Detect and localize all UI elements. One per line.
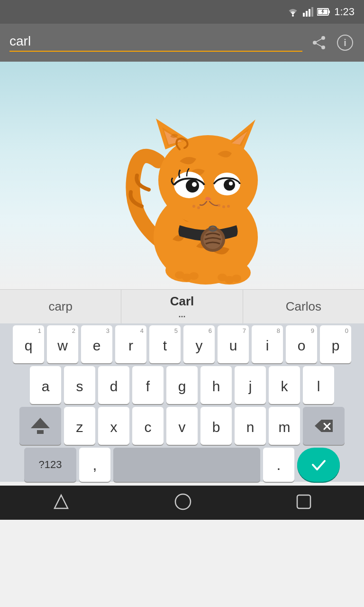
autocomplete-item-carl[interactable]: Carl ...: [121, 290, 243, 323]
status-bar: 1:23: [0, 0, 364, 24]
svg-line-11: [315, 38, 323, 43]
key-w[interactable]: 2w: [47, 325, 78, 363]
svg-rect-2: [306, 11, 308, 17]
numbers-key[interactable]: ?123: [24, 448, 76, 482]
svg-point-25: [218, 204, 220, 207]
back-icon: [53, 493, 70, 510]
info-button[interactable]: i: [336, 33, 355, 52]
svg-rect-6: [328, 10, 330, 13]
key-u[interactable]: 7u: [218, 325, 249, 363]
svg-rect-4: [311, 7, 313, 17]
search-input-wrapper: [9, 34, 302, 52]
svg-point-23: [192, 205, 195, 208]
key-j[interactable]: j: [235, 366, 266, 404]
key-a[interactable]: a: [30, 366, 61, 404]
key-s[interactable]: s: [64, 366, 95, 404]
autocomplete-bar: carp Carl ... Carlos: [0, 289, 364, 323]
svg-rect-3: [309, 9, 310, 17]
space-key[interactable]: [113, 448, 260, 482]
keyboard-row-2: a s d f g h j k l: [0, 366, 364, 404]
search-input[interactable]: [9, 34, 302, 49]
svg-point-21: [224, 179, 235, 191]
key-h[interactable]: h: [200, 366, 232, 404]
svg-rect-1: [303, 13, 305, 17]
backspace-key[interactable]: [303, 407, 345, 445]
key-m[interactable]: m: [269, 407, 300, 445]
nav-recent-button[interactable]: [296, 494, 311, 511]
status-time: 1:23: [334, 6, 355, 18]
key-o[interactable]: 9o: [286, 325, 317, 363]
key-b[interactable]: b: [200, 407, 232, 445]
keyboard-row-3: z x c v b n m: [0, 407, 364, 445]
svg-point-26: [222, 205, 225, 208]
svg-rect-42: [297, 495, 310, 508]
svg-point-19: [192, 182, 197, 187]
key-k[interactable]: k: [269, 366, 300, 404]
svg-point-35: [189, 272, 199, 280]
key-n[interactable]: n: [235, 407, 266, 445]
keyboard: 1q 2w 3e 4r 5t 6y 7u 8i 9o 0p a s d f g …: [0, 323, 364, 482]
keyboard-row-4: ?123 , .: [0, 448, 364, 482]
key-q[interactable]: 1q: [13, 325, 44, 363]
key-v[interactable]: v: [166, 407, 198, 445]
wifi-icon: [287, 7, 299, 17]
home-icon: [174, 493, 191, 510]
svg-point-22: [229, 182, 233, 185]
key-g[interactable]: g: [166, 366, 198, 404]
nav-back-button[interactable]: [53, 493, 70, 512]
autocomplete-item-carlos[interactable]: Carlos: [243, 290, 364, 323]
nav-bar: [0, 486, 364, 520]
key-r[interactable]: 4r: [115, 325, 146, 363]
backspace-icon: [314, 419, 334, 433]
shift-line-icon: [37, 430, 44, 434]
svg-point-38: [232, 275, 241, 282]
svg-marker-39: [55, 495, 68, 508]
svg-point-0: [292, 15, 294, 17]
svg-text:i: i: [344, 37, 346, 48]
key-x[interactable]: x: [98, 407, 129, 445]
search-underline: [9, 51, 302, 52]
key-c[interactable]: c: [132, 407, 164, 445]
key-y[interactable]: 6y: [183, 325, 215, 363]
period-key[interactable]: .: [263, 448, 294, 482]
key-e[interactable]: 3e: [81, 325, 112, 363]
autocomplete-item-carp[interactable]: carp: [0, 290, 121, 323]
recent-icon: [296, 494, 311, 509]
cat-illustration: [87, 66, 277, 285]
key-p[interactable]: 0p: [320, 325, 351, 363]
shift-arrow-icon: [31, 418, 50, 428]
svg-point-41: [175, 494, 191, 509]
keyboard-row-1: 1q 2w 3e 4r 5t 6y 7u 8i 9o 0p: [0, 325, 364, 363]
key-t[interactable]: 5t: [149, 325, 181, 363]
key-l[interactable]: l: [303, 366, 334, 404]
search-bar: i: [0, 24, 364, 62]
svg-point-27: [227, 205, 230, 208]
share-button[interactable]: [309, 33, 328, 52]
svg-line-12: [315, 43, 323, 47]
enter-key[interactable]: [297, 448, 340, 482]
checkmark-icon: [309, 455, 328, 474]
nav-home-button[interactable]: [174, 493, 191, 512]
key-i[interactable]: 8i: [252, 325, 283, 363]
signal-icon: [303, 7, 313, 17]
key-d[interactable]: d: [98, 366, 129, 404]
key-z[interactable]: z: [64, 407, 95, 445]
battery-icon: [317, 7, 330, 17]
key-f[interactable]: f: [132, 366, 164, 404]
shift-key[interactable]: [19, 407, 61, 445]
svg-point-24: [197, 206, 200, 209]
cat-image-area: [0, 62, 364, 289]
comma-key[interactable]: ,: [79, 448, 110, 482]
